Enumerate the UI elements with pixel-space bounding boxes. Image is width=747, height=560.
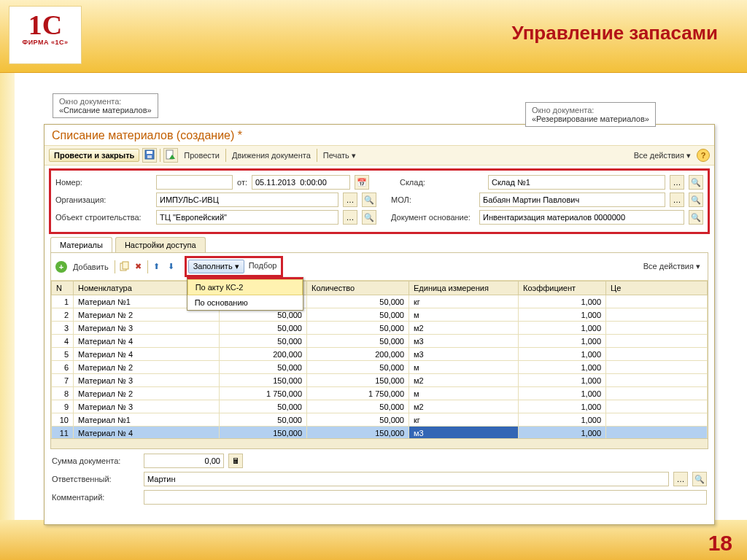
cell-coef: 1,000 [519,308,606,322]
sum-input[interactable] [144,454,224,468]
select-icon[interactable]: … [670,192,684,207]
fill-button[interactable]: Заполнить ▾ [188,260,244,273]
post-button[interactable]: Провести [181,149,222,161]
table-row[interactable]: 2Материал № 250,00050,000м1,000 [52,308,708,322]
table-row[interactable]: 11Материал № 4150,000150,000м31,000 [52,427,708,439]
copy-icon[interactable] [118,261,130,273]
col-n[interactable]: N [52,281,74,295]
slide-title: Управление запасами [511,22,718,44]
tab-materials[interactable]: Материалы [50,237,112,252]
search-icon[interactable]: 🔍 [689,210,703,225]
cell-coef: 1,000 [519,335,606,348]
cell-coef: 1,000 [519,322,606,335]
org-label: Организация: [55,195,152,204]
document-window: Списание материалов (создание) * Провест… [44,124,715,525]
separator [160,149,160,162]
movements-button[interactable]: Движения документа [229,149,314,161]
select-icon[interactable]: … [673,472,688,486]
table-row[interactable]: 1Материал №150,000кг1,000 [52,295,708,308]
number-input[interactable] [156,175,233,190]
main-toolbar: Провести и закрыть Провести Движения док… [44,145,714,166]
cell-qty2: 50,000 [307,308,409,322]
table-row[interactable]: 4Материал № 450,00050,000м31,000 [52,335,708,348]
table-row[interactable]: 10Материал №150,00050,000кг1,000 [52,413,708,427]
select-button[interactable]: Подбор [246,260,280,273]
cell-name: Материал № 2 [74,361,220,374]
warehouse-input[interactable] [488,175,665,190]
delete-icon[interactable]: ✖ [133,261,144,273]
table-row[interactable]: 9Материал № 350,00050,000м21,000 [52,400,708,413]
save-icon[interactable] [142,148,157,163]
col-coef[interactable]: Коэффициент [519,281,606,295]
table-row[interactable]: 3Материал № 350,00050,000м21,000 [52,322,708,335]
cell-price [606,413,708,427]
callout-left-line2: «Списание материалов» [59,106,152,114]
side-decor [0,73,15,560]
cell-unit: м3 [409,335,519,348]
table-all-actions-button[interactable]: Все действия ▾ [640,260,703,273]
date-label: от: [237,178,247,187]
add-button[interactable]: Добавить [70,261,112,273]
table-row[interactable]: 7Материал № 3150,000150,000м21,000 [52,374,708,387]
move-up-icon[interactable]: ⬆ [151,261,163,273]
cell-coef: 1,000 [519,295,606,308]
table-row[interactable]: 6Материал № 250,00050,000м1,000 [52,361,708,374]
calendar-icon[interactable]: 📅 [355,175,369,190]
cell-qty2: 50,000 [307,361,409,374]
cell-n: 7 [52,374,74,387]
cell-price [606,348,708,361]
col-qty2[interactable]: Количество [307,281,409,295]
cell-n: 6 [52,361,74,374]
col-price[interactable]: Це [606,281,708,295]
mol-input[interactable] [479,192,665,207]
cell-n: 11 [52,427,74,439]
move-down-icon[interactable]: ⬇ [166,261,177,273]
cell-unit: м [409,308,519,322]
post-and-close-button[interactable]: Провести и закрыть [49,149,139,162]
resp-input[interactable] [144,472,669,486]
table-toolbar: + Добавить ✖ ⬆ ⬇ Заполнить ▾ Подбор По а… [51,253,708,281]
post-icon[interactable] [163,148,178,163]
obj-input[interactable] [156,210,338,225]
table-row[interactable]: 8Материал № 21 750,0001 750,000м1,000 [52,387,708,400]
footer-fields: Сумма документа: 🖩 Ответственный: … 🔍 Ко… [44,449,714,513]
search-icon[interactable]: 🔍 [362,210,376,225]
base-input[interactable] [479,210,684,225]
cell-coef: 1,000 [519,374,606,387]
select-icon[interactable]: … [670,175,684,190]
cell-n: 4 [52,335,74,348]
help-icon[interactable]: ? [697,149,710,162]
cell-price [606,374,708,387]
search-icon[interactable]: 🔍 [689,175,703,190]
print-button[interactable]: Печать ▾ [320,149,359,162]
search-icon[interactable]: 🔍 [689,192,703,207]
search-icon[interactable]: 🔍 [362,192,376,207]
bottom-decor [0,520,747,560]
cell-qty2: 200,000 [307,348,409,361]
materials-grid[interactable]: N Номенклатура Количество Единица измере… [51,281,708,438]
comment-input[interactable] [144,490,707,505]
org-input[interactable] [156,192,338,207]
cell-unit: м3 [409,427,519,439]
add-icon[interactable]: + [55,261,67,273]
cell-price [606,427,708,439]
fill-by-base-item[interactable]: По основанию [187,295,303,310]
fill-dropdown: По акту КС-2 По основанию [187,277,303,311]
calculator-icon[interactable]: 🖩 [228,454,243,468]
warehouse-label: Склад: [400,178,484,187]
all-actions-button[interactable]: Все действия ▾ [631,149,694,162]
fill-by-ks2-item[interactable]: По акту КС-2 [187,279,303,295]
horizontal-scrollbar[interactable] [51,438,708,448]
select-icon[interactable]: … [343,210,357,225]
cell-n: 9 [52,400,74,413]
select-icon[interactable]: … [343,192,357,207]
cell-unit: м [409,387,519,400]
tab-strip: Материалы Настройки доступа [44,237,714,252]
header-fields: Номер: от: 📅 Склад: … 🔍 Организация: … 🔍… [49,168,710,234]
separator [225,149,226,162]
date-input[interactable] [252,175,350,190]
search-icon[interactable]: 🔍 [692,472,707,486]
col-unit[interactable]: Единица измерения [409,281,519,295]
tab-access[interactable]: Настройки доступа [115,237,206,252]
table-row[interactable]: 5Материал № 4200,000200,000м31,000 [52,348,708,361]
